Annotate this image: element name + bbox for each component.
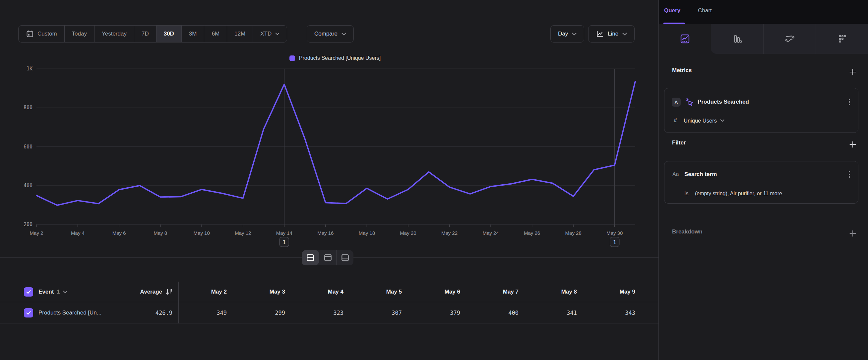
calendar-icon [26,30,34,38]
filter-value-row: Is (empty string), Air purifier, or 11 m… [664,189,858,198]
date-column-header[interactable]: May 8 [528,282,587,302]
breakdown-heading: Breakdown [672,228,703,235]
add-filter-button[interactable] [848,139,858,149]
range-7d[interactable]: 7D [134,26,156,42]
retention-icon [837,33,847,44]
range-30d[interactable]: 30D [156,26,182,42]
add-metric-button[interactable] [848,67,858,77]
query-builder-panel: Query Chart [659,0,868,360]
hash-icon: # [674,117,677,124]
filter-property-name[interactable]: Search term [684,171,717,178]
x-axis-tick: May 2 [30,230,43,236]
date-column-header[interactable]: May 7 [470,282,528,302]
funnels-tab[interactable] [711,24,763,54]
x-axis-tick: May 20 [400,230,416,236]
date-range-selector: CustomTodayYesterday7D30D3M6M12MXTD [18,25,287,43]
string-property-icon: Aa [672,171,679,177]
insights-icon [680,33,690,44]
x-axis-tick: May 16 [317,230,334,236]
chart-type-button[interactable]: Line [588,25,634,43]
range-label: 12M [235,31,245,37]
layout-split-button[interactable] [302,250,319,265]
y-axis-tick: 800 [24,105,32,111]
series-line[interactable] [36,81,635,205]
tab-query[interactable]: Query [664,7,680,14]
line-chart-icon [596,30,604,38]
row-checkbox[interactable] [24,308,33,317]
date-column-header[interactable]: May 6 [412,282,470,302]
range-3m[interactable]: 3M [182,26,205,42]
line-chart: 2004006008001KMay 2May 4May 6May 8May 10… [13,65,637,251]
filter-heading: Filter [672,139,686,146]
metrics-heading: Metrics [672,67,692,74]
y-axis-tick: 600 [24,144,32,150]
granularity-label: Day [558,31,568,37]
event-column-header[interactable]: Event 1 [38,288,67,295]
compare-label: Compare [314,31,338,37]
kebab-menu-icon[interactable] [847,97,851,107]
date-column-header[interactable]: May 4 [295,282,353,302]
date-column-header[interactable]: May 3 [237,282,295,302]
retention-tab[interactable] [816,24,868,54]
date-column-headers: May 2May 3May 4May 5May 6May 7May 8May 9 [178,282,645,302]
x-axis-tick: May 8 [154,230,167,236]
compare-button[interactable]: Compare [307,25,354,43]
x-axis-tick: May 14 [276,230,292,236]
range-yesterday[interactable]: Yesterday [94,26,134,42]
kebab-menu-icon[interactable] [847,170,851,179]
chevron-down-icon [275,32,279,35]
report-pane: CustomTodayYesterday7D30D3M6M12MXTD Comp… [0,0,658,360]
x-axis-tick: May 28 [565,230,582,236]
date-column-header[interactable]: May 2 [178,282,237,302]
range-custom[interactable]: Custom [19,26,65,42]
table-header-row: Event 1 Average [0,282,658,302]
select-all-checkbox[interactable] [24,287,33,297]
table-row: Products Searched [Un... 426.9 349299323… [0,302,658,324]
x-axis-tick: May 30 [607,230,623,236]
row-event-name: Products Searched [Un... [38,309,101,316]
average-column-header[interactable]: Average [110,282,173,302]
flows-tab[interactable] [763,24,816,54]
filter-operator[interactable]: Is [684,191,688,197]
flows-icon [784,33,795,44]
range-today[interactable]: Today [65,26,94,42]
table-cell-value: 323 [295,302,353,323]
date-column-header[interactable]: May 5 [353,282,412,302]
series-letter-badge: A [672,98,681,107]
bar-chart-icon [732,33,742,44]
chevron-down-icon [622,32,627,35]
row-average-value: 426.9 [155,309,173,316]
aggregation-selector[interactable]: Unique Users [684,117,724,124]
table-cell-value: 341 [528,302,587,323]
filter-value[interactable]: (empty string), Air purifier, or 11 more [695,191,782,197]
filter-card[interactable]: Aa Search term Is (empty string), Air pu… [664,161,858,203]
table-cell-value: 307 [353,302,412,323]
column-divider [178,282,179,324]
range-label: 30D [164,31,174,37]
insights-tab[interactable] [659,24,711,54]
filter-row: Aa Search term [664,169,858,180]
range-12m[interactable]: 12M [227,26,253,42]
annotation-badge[interactable]: 1 [279,237,289,247]
layout-bottom-button[interactable] [336,250,353,265]
svg-text:1: 1 [282,239,286,245]
metric-card[interactable]: A Products Searched # Unique Users [664,88,858,133]
line-chart-svg: 2004006008001KMay 2May 4May 6May 8May 10… [13,65,637,251]
layout-top-button[interactable] [319,250,336,265]
range-6m[interactable]: 6M [204,26,227,42]
annotation-badge[interactable]: 1 [610,237,619,247]
table-cell-value: 400 [470,302,528,323]
aggregation-label: Unique Users [684,117,717,124]
aggregation-row: # Unique Users [664,116,858,125]
tab-chart[interactable]: Chart [698,7,712,14]
table-cell-value: 299 [237,302,295,323]
chart-type-label: Line [608,31,618,37]
date-column-header[interactable]: May 9 [587,282,645,302]
granularity-button[interactable]: Day [550,25,584,43]
metric-name[interactable]: Products Searched [698,99,749,105]
table-cell-value: 379 [412,302,470,323]
add-breakdown-button[interactable] [848,228,858,239]
x-axis-tick: May 24 [483,230,499,236]
range-xtd[interactable]: XTD [253,26,287,42]
chevron-down-icon [572,32,577,35]
